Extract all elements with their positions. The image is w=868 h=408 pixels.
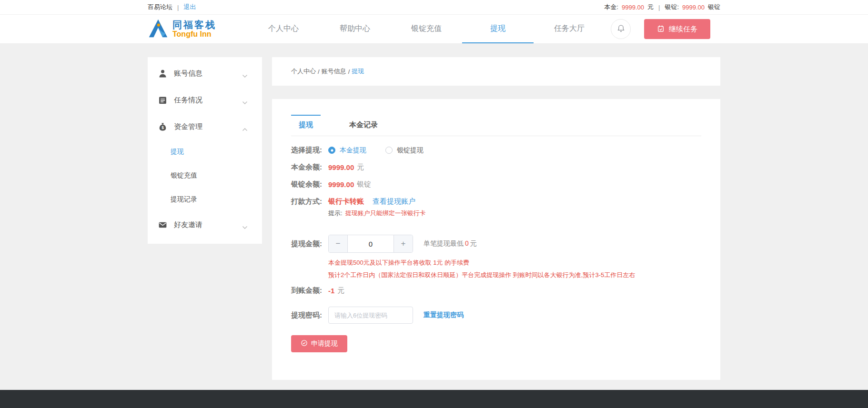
- chevron-up-icon: [242, 125, 248, 129]
- payment-method-value: 银行卡转账: [328, 197, 364, 206]
- withdraw-type-row: 选择提现: 本金提现 银锭提现: [291, 146, 701, 155]
- view-withdraw-account-link[interactable]: 查看提现账户: [373, 197, 415, 206]
- withdraw-password-label: 提现密码:: [291, 311, 328, 320]
- apply-withdraw-label: 申请提现: [311, 339, 338, 348]
- chevron-down-icon: [242, 71, 248, 75]
- ingot-unit: 银锭: [708, 3, 720, 11]
- chevron-down-icon: [242, 98, 248, 102]
- principal-balance-value: 9999.00: [328, 163, 354, 171]
- principal-unit: 元: [647, 3, 654, 11]
- withdraw-type-label: 选择提现:: [291, 146, 328, 155]
- content: 账号信息 任务情况: [0, 44, 868, 390]
- minimum-note-unit: 元: [470, 239, 477, 247]
- breadcrumb: 个人中心 / 账号信息 / 提现: [272, 57, 720, 86]
- topbar-divider: |: [657, 4, 661, 11]
- withdraw-amount-label: 提现金额:: [291, 239, 328, 249]
- main-column: 个人中心 / 账号信息 / 提现 提现 本金记录 选择提现:: [272, 57, 720, 380]
- sidebar-item-label: 任务情况: [174, 96, 202, 105]
- minimum-note-prefix: 单笔提现最低: [424, 239, 464, 247]
- nav-item-ingot-recharge[interactable]: 银锭充值: [391, 15, 462, 43]
- continue-task-button[interactable]: 继续任务: [644, 19, 710, 39]
- notification-bell-button[interactable]: [611, 19, 631, 39]
- breadcrumb-separator: /: [317, 68, 321, 75]
- logo[interactable]: 同福客栈 Tongfu Inn: [148, 18, 248, 40]
- radio-checked-icon[interactable]: [328, 147, 335, 154]
- mail-icon: [158, 220, 168, 230]
- header: 同福客栈 Tongfu Inn 个人中心 帮助中心 银锭充值 提现 任务大厅: [0, 15, 868, 44]
- payment-method-row: 打款方式: 银行卡转账 查看提现账户: [291, 197, 701, 206]
- ingot-value: 9999.00: [682, 4, 705, 11]
- sidebar-item-invite-friends[interactable]: 好友邀请: [148, 211, 262, 238]
- calendar-check-icon: [657, 25, 665, 34]
- page: 百易论坛 | 退出 本金: 9999.00 元 | 银锭: 9999.00 银锭: [0, 0, 868, 408]
- nav-item-personal-center[interactable]: 个人中心: [248, 15, 319, 43]
- check-circle-icon: [301, 339, 308, 348]
- minimum-note-value: 0: [464, 239, 470, 247]
- apply-withdraw-button[interactable]: 申请提现: [291, 335, 347, 352]
- sidebar-item-task-status[interactable]: 任务情况: [148, 87, 262, 113]
- radio-unchecked-icon[interactable]: [385, 147, 393, 154]
- nav-item-task-hall[interactable]: 任务大厅: [534, 15, 605, 43]
- payment-method-hint: 提示: 提现账户只能绑定一张银行卡: [328, 209, 701, 218]
- principal-balance-unit: 元: [357, 163, 364, 172]
- amount-input[interactable]: 0: [348, 235, 394, 252]
- breadcrumb-separator: /: [347, 68, 351, 75]
- topbar: 百易论坛 | 退出 本金: 9999.00 元 | 银锭: 9999.00 银锭: [0, 0, 868, 15]
- principal-label: 本金:: [604, 3, 618, 11]
- tab-principal-records[interactable]: 本金记录: [342, 115, 385, 136]
- withdraw-amount-row: 提现金额: − 0 + 单笔提现最低0元: [291, 235, 701, 253]
- sidebar-item-account-info[interactable]: 账号信息: [148, 60, 262, 87]
- breadcrumb-account-info[interactable]: 账号信息: [321, 67, 347, 76]
- processing-time-note: 预计2个工作日内（国家法定假日和双休日顺延）平台完成提现操作 到账时间以各大银行…: [328, 269, 701, 281]
- principal-value: 9999.00: [622, 4, 644, 11]
- withdraw-password-row: 提现密码: 重置提现密码: [291, 307, 701, 324]
- arrival-amount-label: 到账金额:: [291, 286, 328, 295]
- stepper-plus-button[interactable]: +: [394, 235, 413, 252]
- amount-stepper: − 0 +: [328, 235, 413, 253]
- withdraw-panel: 提现 本金记录 选择提现: 本金提现 银锭提现: [272, 99, 720, 380]
- payment-method-label: 打款方式:: [291, 197, 328, 206]
- minimum-withdraw-note: 单笔提现最低0元: [424, 239, 477, 248]
- ingot-balance-unit: 银锭: [357, 180, 371, 189]
- sidebar-subitem-ingot-recharge[interactable]: 银锭充值: [148, 164, 262, 188]
- arrival-amount-unit: 元: [337, 286, 344, 295]
- sidebar-item-funds-management[interactable]: $ 资金管理: [148, 113, 262, 140]
- radio-label: 本金提现: [340, 146, 366, 155]
- main-nav: 个人中心 帮助中心 银锭充值 提现 任务大厅: [248, 15, 605, 43]
- reset-password-link[interactable]: 重置提现密码: [424, 311, 464, 319]
- tabs: 提现 本金记录: [291, 115, 701, 136]
- arrival-amount-value: -1: [328, 287, 334, 295]
- hint-text: 提现账户只能绑定一张银行卡: [345, 209, 426, 218]
- stepper-minus-button[interactable]: −: [329, 235, 348, 252]
- ingot-balance-row: 银锭余额: 9999.00 银锭: [291, 180, 701, 189]
- tasks-icon: [158, 95, 168, 105]
- withdraw-notes: 本金提现500元及以下操作平台将收取 1元 的手续费 预计2个工作日内（国家法定…: [328, 257, 701, 281]
- logo-mark-icon: [148, 18, 169, 40]
- ingot-balance-value: 9999.00: [328, 180, 354, 189]
- sidebar-item-label: 好友邀请: [174, 220, 202, 229]
- withdraw-password-input[interactable]: [328, 307, 413, 324]
- sidebar: 账号信息 任务情况: [148, 57, 262, 244]
- arrival-amount-row: 到账金额: -1 元: [291, 286, 701, 295]
- sidebar-item-label: 账号信息: [174, 69, 202, 78]
- ingot-label: 银锭:: [665, 3, 679, 11]
- hint-label: 提示:: [328, 209, 343, 218]
- nav-item-withdraw[interactable]: 提现: [462, 15, 534, 43]
- forum-link[interactable]: 百易论坛: [148, 3, 172, 11]
- sidebar-subitem-withdraw[interactable]: 提现: [148, 140, 262, 164]
- breadcrumb-withdraw: 提现: [351, 67, 365, 76]
- principal-balance-row: 本金余额: 9999.00 元: [291, 163, 701, 172]
- nav-item-help-center[interactable]: 帮助中心: [319, 15, 391, 43]
- logo-text-cn: 同福客栈: [172, 20, 216, 30]
- principal-balance-label: 本金余额:: [291, 163, 328, 172]
- fee-note: 本金提现500元及以下操作平台将收取 1元 的手续费: [328, 257, 701, 269]
- sidebar-subitem-withdraw-records[interactable]: 提现记录: [148, 188, 262, 211]
- radio-ingot-withdraw[interactable]: 银锭提现: [385, 146, 424, 155]
- breadcrumb-personal-center[interactable]: 个人中心: [290, 67, 317, 76]
- sidebar-item-label: 资金管理: [174, 122, 202, 131]
- tab-withdraw[interactable]: 提现: [291, 115, 321, 136]
- radio-principal-withdraw[interactable]: 本金提现: [328, 146, 366, 155]
- logout-link[interactable]: 退出: [183, 3, 196, 11]
- svg-text:$: $: [161, 125, 164, 130]
- radio-label: 银锭提现: [397, 146, 424, 155]
